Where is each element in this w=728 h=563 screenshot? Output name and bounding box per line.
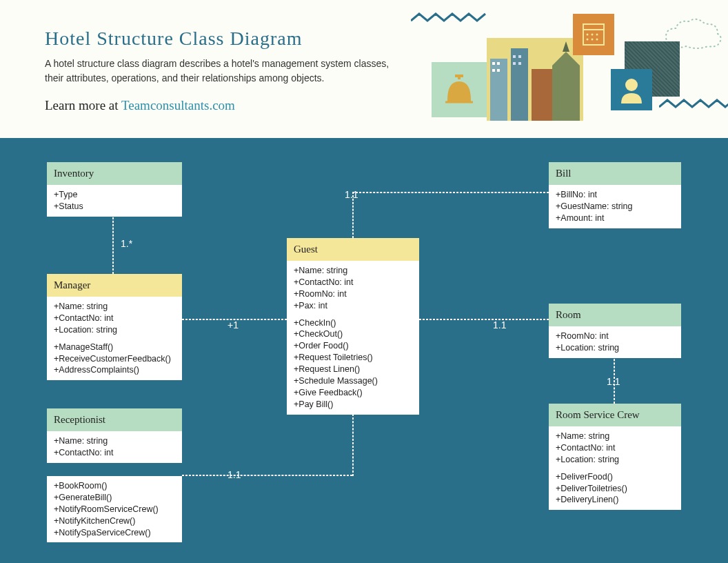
connector [352, 192, 549, 193]
class-bill: Bill +BillNo: int +GuestName: string +Am… [549, 162, 681, 228]
svg-marker-5 [563, 41, 569, 52]
calendar-tile [573, 14, 614, 55]
class-guest: Guest +Name: string +ContactNo: int +Roo… [287, 238, 419, 415]
multiplicity-label: 1.1 [228, 469, 241, 480]
multiplicity-label: 1.1 [607, 376, 620, 387]
svg-point-19 [587, 39, 589, 41]
svg-rect-7 [497, 62, 500, 65]
class-name: Inventory [47, 162, 182, 185]
header: Hotel Structure Class Diagram A hotel st… [0, 0, 728, 138]
avatar-tile [611, 69, 652, 110]
zigzag-icon [411, 10, 487, 31]
multiplicity-label: 1.* [121, 238, 132, 249]
hero-graphics [404, 14, 728, 131]
class-receptionist: Receptionist +Name: string +ContactNo: i… [47, 408, 182, 463]
class-name: Room Service Crew [549, 404, 681, 426]
svg-point-20 [592, 39, 594, 41]
class-inventory: Inventory +Type +Status [47, 162, 182, 217]
svg-rect-9 [497, 69, 500, 72]
multiplicity-label: +1 [228, 319, 239, 330]
class-roomservice: Room Service Crew +Name: string +Contact… [549, 404, 681, 510]
connector [352, 414, 354, 476]
class-name: Manager [47, 274, 182, 297]
multiplicity-label: 1.1 [345, 189, 358, 200]
svg-rect-10 [513, 55, 516, 58]
city-illustration [487, 38, 583, 121]
zigzag-icon [659, 97, 728, 117]
svg-rect-13 [518, 62, 521, 65]
class-attributes: +Name: string +ContactNo: int [47, 431, 182, 463]
class-operations: +BookRoom() +GenerateBill() +NotifyRoomS… [47, 476, 182, 542]
class-receptionist-ops: +BookRoom() +GenerateBill() +NotifyRoomS… [47, 476, 182, 542]
class-body: +Name: string +ContactNo: int +Location:… [549, 426, 681, 510]
svg-rect-11 [518, 55, 521, 58]
learn-prefix: Learn more at [45, 98, 121, 112]
svg-rect-8 [492, 69, 495, 72]
class-name: Guest [287, 238, 419, 261]
class-body: +Name: string +ContactNo: int +RoomNo: i… [287, 261, 419, 415]
svg-rect-3 [532, 69, 552, 121]
multiplicity-label: 1.1 [493, 319, 506, 330]
class-name: Receptionist [47, 408, 182, 431]
svg-point-22 [625, 79, 638, 91]
page-description: A hotel structure class diagram describe… [45, 57, 403, 86]
svg-point-21 [596, 39, 598, 41]
svg-point-18 [596, 34, 598, 36]
class-body: +Name: string +ContactNo: int +Location:… [47, 297, 182, 380]
connector [419, 319, 549, 320]
class-attributes: +RoomNo: int +Location: string [549, 326, 681, 358]
bell-tile [432, 62, 487, 117]
class-attributes: +Type +Status [47, 185, 182, 217]
class-manager: Manager +Name: string +ContactNo: int +L… [47, 274, 182, 380]
class-name: Bill [549, 162, 681, 185]
diagram-canvas: 1.* +1 1.1 1.1 1.1 1.1 Inventory +Type +… [0, 138, 728, 563]
svg-point-16 [587, 34, 589, 36]
svg-marker-4 [552, 52, 580, 121]
svg-rect-1 [490, 59, 507, 121]
connector [112, 210, 114, 274]
class-name: Room [549, 304, 681, 326]
svg-rect-2 [511, 48, 528, 121]
class-room: Room +RoomNo: int +Location: string [549, 304, 681, 358]
svg-point-17 [592, 34, 594, 36]
svg-rect-6 [492, 62, 495, 65]
learn-link[interactable]: Teamconsultants.com [121, 98, 235, 112]
connector [182, 475, 352, 476]
class-attributes: +BillNo: int +GuestName: string +Amount:… [549, 185, 681, 228]
svg-rect-12 [513, 62, 516, 65]
